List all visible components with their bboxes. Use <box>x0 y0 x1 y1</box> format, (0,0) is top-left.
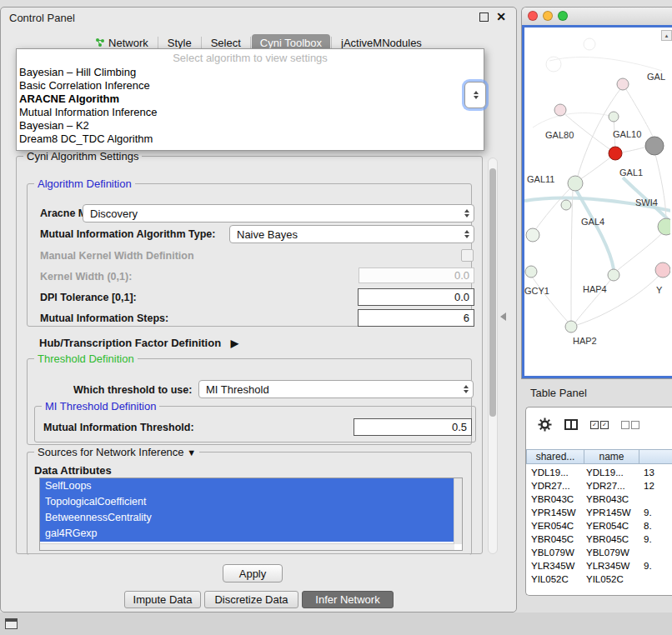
apply-button[interactable]: Apply <box>223 564 283 582</box>
table-cell: 12 <box>636 481 663 491</box>
network-graph: GALGAL80GAL10GAL11GAL1SWI4GAL4GCY1HAP4YH… <box>524 28 670 378</box>
attribute-list-item[interactable]: SelfLoops <box>40 478 454 494</box>
network-view-window: ▲ <box>521 7 672 379</box>
kernel-width-field[interactable]: 0.0 <box>359 268 474 283</box>
network-node[interactable] <box>568 176 583 191</box>
algorithm-option[interactable]: Bayesian – Hill Climbing <box>17 66 484 79</box>
node-label: GAL <box>647 72 665 82</box>
mi-threshold-field[interactable]: 0.5 <box>354 418 472 436</box>
sources-group-title: Sources for Network Inference <box>38 446 184 458</box>
tab-separator <box>250 37 251 48</box>
table-cell: YPR145W <box>579 508 636 518</box>
algorithm-option[interactable]: Basic Correlation Inference <box>17 79 484 92</box>
network-node[interactable] <box>608 269 619 281</box>
table-row[interactable]: YPR145WYPR145W9. <box>526 506 672 519</box>
expand-arrow-icon: ▶ <box>231 338 238 349</box>
manual-kernel-checkbox[interactable] <box>461 249 474 262</box>
node-label: GAL80 <box>545 130 574 140</box>
column-header-shared-name[interactable]: shared... <box>526 449 584 464</box>
data-attributes-label: Data Attributes <box>34 464 112 477</box>
mi-threshold-label: Mutual Information Threshold: <box>43 422 194 433</box>
columns-icon[interactable] <box>564 419 578 430</box>
aracne-mode-select[interactable]: Discovery <box>83 204 474 222</box>
table-cell: 9. <box>636 534 663 544</box>
table-cell: YDL19... <box>579 468 636 478</box>
dpi-tolerance-field[interactable]: 0.0 <box>358 288 474 306</box>
network-node[interactable] <box>617 78 629 90</box>
zoom-traffic-light[interactable] <box>558 11 568 21</box>
network-node[interactable] <box>609 147 622 160</box>
close-icon[interactable]: ✕ <box>496 12 506 22</box>
minimize-traffic-light[interactable] <box>543 11 553 21</box>
panel-splitter-arrow[interactable] <box>500 312 506 321</box>
node-label: GCY1 <box>524 286 549 296</box>
network-node[interactable] <box>561 200 571 210</box>
node-label: GAL10 <box>613 129 641 139</box>
column-header-name[interactable]: name <box>584 449 639 464</box>
network-node[interactable] <box>658 218 670 235</box>
sources-group: Sources for Network Inference ▼ Data Att… <box>27 452 472 555</box>
float-window-icon[interactable] <box>479 12 489 22</box>
attribute-list-item[interactable]: TopologicalCoefficient <box>40 494 454 510</box>
column-header-partial[interactable] <box>639 449 672 464</box>
algorithm-option[interactable]: ARACNE Algorithm <box>17 92 484 106</box>
network-node[interactable] <box>565 321 577 332</box>
table-cell: YLR345W <box>579 561 636 571</box>
network-window-titlebar[interactable] <box>522 8 672 26</box>
which-threshold-label: Which threshold to use: <box>73 384 192 396</box>
which-threshold-select[interactable]: MI Threshold <box>198 380 474 398</box>
minimized-panel-icon[interactable] <box>5 618 18 629</box>
table-row[interactable]: YBL079WYBL079W <box>526 546 672 559</box>
network-node[interactable] <box>554 104 566 116</box>
table-row[interactable]: YDR27...YDR27...12 <box>526 479 672 492</box>
network-node[interactable] <box>609 112 619 122</box>
algorithm-combobox-focus[interactable] <box>464 82 486 108</box>
select-all-checks-icon[interactable]: ✓✓ <box>590 421 609 429</box>
hub-section-label: Hub/Transcription Factor Definition <box>39 337 221 349</box>
tab-separator <box>201 37 202 48</box>
table-cell: YDR27... <box>579 481 636 491</box>
algorithm-option[interactable]: Bayesian – K2 <box>17 119 484 132</box>
hub-section-toggle[interactable]: Hub/Transcription Factor Definition ▶ <box>39 337 238 349</box>
table-row[interactable]: YBR045CYBR045C9. <box>526 532 672 546</box>
network-node[interactable] <box>655 262 670 278</box>
network-node[interactable] <box>525 266 537 278</box>
algorithm-option[interactable]: Dream8 DC_TDC Algorithm <box>17 132 484 146</box>
table-cell: YER054C <box>526 521 579 531</box>
algorithm-option[interactable]: Mutual Information Inference <box>17 106 484 119</box>
network-node[interactable] <box>645 137 664 155</box>
table-cell: YBL079W <box>579 548 636 558</box>
infer-network-button[interactable]: Infer Network <box>302 591 394 608</box>
deselect-all-checks-icon[interactable] <box>621 421 639 429</box>
close-traffic-light[interactable] <box>528 11 538 21</box>
mi-steps-field[interactable]: 6 <box>358 309 474 327</box>
scrollbar-thumb[interactable] <box>489 168 496 417</box>
impute-data-button[interactable]: Impute Data <box>124 591 201 608</box>
table-row[interactable]: YLR345WYLR345W9. <box>526 559 672 572</box>
sources-group-toggle[interactable]: Sources for Network Inference ▼ <box>34 446 199 458</box>
discretize-data-button[interactable]: Discretize Data <box>204 591 298 608</box>
network-node[interactable] <box>526 228 539 242</box>
settings-scrollbar[interactable] <box>488 158 498 554</box>
mi-algorithm-type-select[interactable]: Naive Bayes <box>229 225 474 243</box>
node-label: HAP4 <box>583 284 607 294</box>
table-row[interactable]: YBR043CYBR043C <box>526 492 672 506</box>
network-canvas[interactable]: ▲ <box>522 25 672 378</box>
table-cell: YPR145W <box>526 508 579 518</box>
table-panel-title: Table Panel <box>530 387 587 399</box>
cyni-algorithm-settings-group: Cyni Algorithm Settings Algorithm Defini… <box>16 156 483 554</box>
mi-type-value: Naive Bayes <box>237 228 298 241</box>
table-cell: YDL19... <box>526 468 579 478</box>
combo-arrows-icon <box>464 385 469 393</box>
attribute-list-item[interactable]: BetweennessCentrality <box>40 510 454 526</box>
node-label: GAL1 <box>619 168 643 178</box>
table-row[interactable]: YIL052CYIL052C <box>526 572 672 586</box>
list-horizontal-scrollbar[interactable] <box>40 543 454 550</box>
scroll-up-arrow[interactable]: ▲ <box>661 30 672 41</box>
table-row[interactable]: YDL19...YDL19...13 <box>526 466 672 479</box>
node-label: SWI4 <box>635 198 658 208</box>
list-vertical-scrollbar[interactable] <box>454 478 462 544</box>
table-row[interactable]: YER054CYER054C8. <box>526 519 672 532</box>
gear-icon[interactable] <box>538 418 552 432</box>
attribute-list-item[interactable]: gal4RGexp <box>40 526 454 542</box>
